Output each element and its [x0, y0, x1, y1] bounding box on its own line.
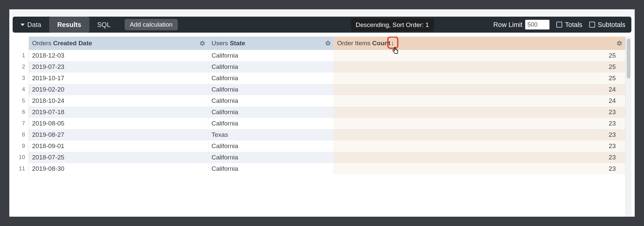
cell-state[interactable]: Texas: [208, 129, 334, 140]
add-calculation-button[interactable]: Add calculation: [125, 19, 178, 30]
table-row: 72019-08-05California23: [13, 118, 625, 129]
column-header-count[interactable]: Order Items Count↓: [334, 37, 625, 50]
cell-state[interactable]: California: [208, 140, 334, 152]
cell-created-date[interactable]: 2018-12-03: [29, 50, 208, 61]
cell-count[interactable]: 24: [334, 84, 625, 95]
column-header-state[interactable]: Users State: [208, 37, 334, 50]
subtotals-checkbox[interactable]: Subtotals: [589, 21, 625, 29]
table-row: 42019-02-20California24: [13, 84, 625, 95]
sort-tooltip: Descending, Sort Order: 1: [351, 19, 434, 31]
table-row: 52018-10-24California24: [13, 95, 625, 107]
tab-data[interactable]: Data: [16, 17, 49, 33]
cell-created-date[interactable]: 2019-08-27: [29, 129, 208, 140]
row-number-cell: 2: [13, 61, 29, 73]
table-row: 112019-08-30California23: [13, 163, 625, 174]
table-row: 102018-07-25California23: [13, 152, 625, 163]
cell-created-date[interactable]: 2018-09-01: [29, 140, 208, 152]
totals-checkbox[interactable]: Totals: [556, 21, 582, 29]
checkbox-icon: [589, 22, 595, 28]
row-number-cell: 8: [13, 129, 29, 140]
cell-state[interactable]: California: [208, 163, 334, 174]
vertical-scrollbar[interactable]: [625, 37, 631, 217]
table-row: 32019-10-17California25: [13, 73, 625, 84]
results-table: Orders Created Date Users State: [13, 37, 625, 174]
row-number-cell: 5: [13, 95, 29, 107]
row-number-cell: 6: [13, 107, 29, 118]
cell-count[interactable]: 23: [334, 152, 625, 163]
cell-state[interactable]: California: [208, 61, 334, 73]
cell-count[interactable]: 23: [334, 118, 625, 129]
results-toolbar: Data Results SQL Add calculation Row Lim…: [13, 17, 631, 33]
row-number-header: [13, 37, 29, 50]
row-limit-input[interactable]: [525, 20, 550, 30]
cell-created-date[interactable]: 2019-10-17: [29, 73, 208, 84]
cell-created-date[interactable]: 2019-07-18: [29, 107, 208, 118]
cell-count[interactable]: 23: [334, 129, 625, 140]
table-row: 82019-08-27Texas23: [13, 129, 625, 140]
tab-results[interactable]: Results: [49, 17, 89, 33]
cell-count[interactable]: 24: [334, 95, 625, 107]
column-header-created-date[interactable]: Orders Created Date: [29, 37, 208, 50]
scrollbar-thumb[interactable]: [627, 39, 630, 79]
row-number-cell: 1: [13, 50, 29, 61]
cell-state[interactable]: California: [208, 107, 334, 118]
cell-state[interactable]: California: [208, 84, 334, 95]
row-limit-label: Row Limit: [493, 21, 523, 29]
cell-created-date[interactable]: 2018-07-25: [29, 152, 208, 163]
cell-count[interactable]: 25: [334, 61, 625, 73]
cell-created-date[interactable]: 2018-10-24: [29, 95, 208, 107]
cell-state[interactable]: California: [208, 152, 334, 163]
chevron-down-icon: [21, 24, 25, 26]
subtotals-label: Subtotals: [598, 21, 625, 29]
table-row: 62019-07-18California23: [13, 107, 625, 118]
tab-sql-label: SQL: [97, 21, 111, 29]
cell-count[interactable]: 25: [334, 73, 625, 84]
cell-created-date[interactable]: 2019-02-20: [29, 84, 208, 95]
add-calculation-label: Add calculation: [130, 21, 173, 28]
row-number-cell: 11: [13, 163, 29, 174]
row-number-cell: 4: [13, 84, 29, 95]
gear-icon[interactable]: [325, 40, 331, 46]
cell-created-date[interactable]: 2019-08-30: [29, 163, 208, 174]
row-number-cell: 3: [13, 73, 29, 84]
row-number-cell: 9: [13, 140, 29, 152]
table-row: 92018-09-01California23: [13, 140, 625, 152]
checkbox-icon: [556, 22, 562, 28]
cell-state[interactable]: California: [208, 95, 334, 107]
cell-created-date[interactable]: 2019-07-23: [29, 61, 208, 73]
row-number-cell: 10: [13, 152, 29, 163]
table-row: 22019-07-23California25: [13, 61, 625, 73]
tab-data-label: Data: [27, 21, 41, 29]
cell-created-date[interactable]: 2019-08-05: [29, 118, 208, 129]
table-row: 12018-12-03California25: [13, 50, 625, 61]
cell-state[interactable]: California: [208, 50, 334, 61]
cell-state[interactable]: California: [208, 73, 334, 84]
gear-icon[interactable]: [616, 40, 622, 46]
gear-icon[interactable]: [199, 40, 205, 46]
row-limit-group: Row Limit: [493, 20, 550, 30]
arrow-down-icon[interactable]: ↓: [390, 40, 394, 47]
tab-sql[interactable]: SQL: [89, 17, 119, 33]
cell-count[interactable]: 23: [334, 107, 625, 118]
totals-label: Totals: [565, 21, 582, 29]
cell-count[interactable]: 25: [334, 50, 625, 61]
cell-state[interactable]: California: [208, 118, 334, 129]
cell-count[interactable]: 23: [334, 163, 625, 174]
cell-count[interactable]: 23: [334, 140, 625, 152]
panel-top-spacer: [9, 9, 635, 17]
row-number-cell: 7: [13, 118, 29, 129]
tab-results-label: Results: [57, 21, 81, 29]
